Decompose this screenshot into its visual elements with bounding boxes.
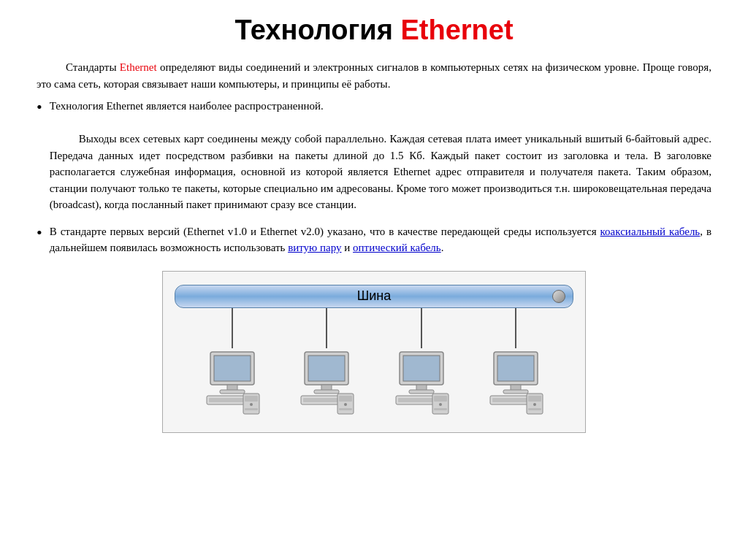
- svg-rect-29: [434, 408, 447, 410]
- intro-paragraph: Стандарты Ethernet определяют виды соеди…: [37, 59, 711, 92]
- computer-3: [385, 308, 458, 418]
- main-content: Стандарты Ethernet определяют виды соеди…: [37, 59, 711, 256]
- svg-rect-21: [403, 356, 440, 381]
- computer-2: [290, 308, 363, 418]
- list-item: • В стандарте первых версий (Ethernet v1…: [37, 223, 711, 256]
- svg-rect-39: [528, 408, 541, 410]
- bullet-indent-text: Выходы всех сетевых карт соединены между…: [50, 131, 711, 213]
- bullet-dot-2: •: [37, 223, 42, 242]
- svg-point-8: [250, 403, 253, 406]
- svg-rect-31: [497, 356, 534, 381]
- coaxial-cable-link[interactable]: коаксиальный кабель: [600, 226, 701, 237]
- svg-rect-17: [339, 396, 352, 402]
- svg-rect-7: [245, 396, 258, 402]
- svg-rect-9: [245, 408, 258, 410]
- wire-3: [421, 308, 422, 348]
- computer-icon-1: [199, 348, 265, 418]
- twisted-pair-link[interactable]: витую пару: [288, 242, 341, 253]
- bullet-2-text-end: .: [441, 242, 444, 253]
- bullet-text-1: Технология Ethernet является наиболее ра…: [50, 98, 711, 218]
- svg-rect-11: [308, 356, 345, 381]
- computer-4: [479, 308, 552, 418]
- bus-label: Шина: [357, 288, 392, 304]
- svg-rect-23: [409, 390, 434, 394]
- computers-row: [163, 308, 585, 432]
- bullet-2-text-before: В стандарте первых версий (Ethernet v1.0…: [50, 226, 600, 237]
- network-diagram: Шина: [162, 271, 586, 433]
- bullet-1-text: Технология Ethernet является наиболее ра…: [50, 100, 324, 112]
- bullet-2-text-between: и: [342, 242, 354, 253]
- list-item: • Технология Ethernet является наиболее …: [37, 98, 711, 218]
- intro-text-before: Стандарты: [66, 61, 120, 73]
- intro-ethernet-word: Ethernet: [120, 61, 157, 73]
- title-prefix: Технология: [234, 15, 400, 45]
- svg-rect-1: [214, 356, 251, 381]
- bullet-list: • Технология Ethernet является наиболее …: [37, 98, 711, 256]
- computer-icon-3: [389, 348, 454, 418]
- wire-4: [515, 308, 516, 348]
- svg-point-18: [344, 403, 347, 406]
- wire-1: [232, 308, 233, 348]
- computer-icon-2: [294, 348, 359, 418]
- svg-rect-33: [503, 390, 528, 394]
- svg-rect-3: [220, 390, 245, 394]
- svg-rect-27: [434, 396, 447, 402]
- svg-rect-19: [339, 408, 352, 410]
- bullet-dot-1: •: [37, 98, 42, 117]
- svg-point-38: [533, 403, 536, 406]
- svg-rect-37: [528, 396, 541, 402]
- computer-icon-4: [483, 348, 549, 418]
- diagram-container: Шина: [37, 271, 711, 433]
- page-title: Технология Ethernet: [37, 15, 711, 46]
- bus-bar: Шина: [175, 285, 573, 308]
- computer-1: [196, 308, 269, 418]
- svg-point-28: [439, 403, 442, 406]
- optical-cable-link[interactable]: оптический кабель: [353, 242, 441, 253]
- svg-rect-13: [314, 390, 339, 394]
- wire-2: [326, 308, 327, 348]
- title-highlight: Ethernet: [400, 15, 513, 45]
- bullet-text-2: В стандарте первых версий (Ethernet v1.0…: [50, 223, 711, 256]
